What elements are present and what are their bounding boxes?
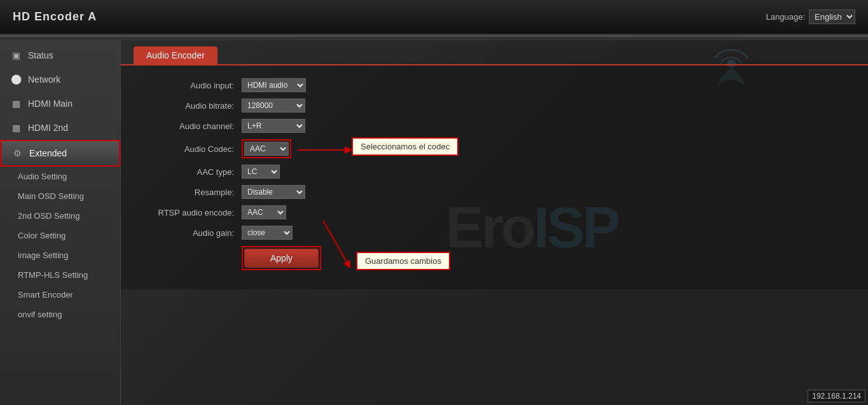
sidebar-sub-color-setting[interactable]: Color Setting: [0, 226, 120, 245]
rtsp-row: RTSP audio encode: AAC MP3: [146, 205, 843, 219]
callout-codec: Seleccionamos el codec: [352, 137, 458, 156]
audio-gain-row: Audio gain: close low medium high: [146, 226, 843, 240]
audio-input-label: Audio input:: [146, 81, 242, 90]
sidebar-label-hdmi-main: HDMI Main: [28, 99, 72, 109]
monitor-icon: ▣: [10, 50, 22, 61]
aac-type-row: AAC type: LC HE HEv2: [146, 165, 843, 179]
rtsp-label: RTSP audio encode:: [146, 208, 242, 217]
audio-codec-row: Audio Codec: AAC MP3 G711: [146, 139, 843, 158]
audio-codec-select[interactable]: AAC MP3 G711: [244, 142, 289, 156]
header: HD Encoder A Language: English 中文: [0, 0, 868, 35]
apply-row: Apply: [146, 246, 843, 270]
apply-button[interactable]: Apply: [244, 249, 319, 268]
audio-gain-label: Audio gain:: [146, 228, 242, 238]
resample-row: Resample: Disable Enable: [146, 185, 843, 199]
resample-select[interactable]: Disable Enable: [242, 185, 305, 199]
arrow-codec: [298, 144, 355, 156]
sidebar-label-status: Status: [28, 50, 53, 60]
sidebar-sub-onvif[interactable]: onvif setting: [0, 305, 120, 324]
audio-input-row: Audio input: HDMI audio Analog audio: [146, 78, 843, 92]
tab-bar: Audio Encoder: [121, 40, 868, 64]
language-selector[interactable]: Language: English 中文: [766, 10, 855, 24]
audio-bitrate-select[interactable]: 128000 64000 256000: [242, 99, 305, 113]
audio-bitrate-row: Audio bitrate: 128000 64000 256000: [146, 99, 843, 113]
audio-codec-label: Audio Codec:: [146, 144, 242, 154]
audio-input-select[interactable]: HDMI audio Analog audio: [242, 78, 306, 92]
language-label: Language:: [766, 12, 805, 22]
app-title: HD Encoder A: [13, 10, 97, 24]
language-dropdown[interactable]: English 中文: [809, 10, 855, 24]
sidebar-item-hdmi-2nd[interactable]: ▩ HDMI 2nd: [0, 116, 120, 140]
sidebar-sub-smart-encoder[interactable]: Smart Encoder: [0, 285, 120, 305]
main-layout: ▣ Status ⚪ Network ▩ HDMI Main ▩ HDMI 2n…: [0, 40, 868, 405]
resample-label: Resample:: [146, 188, 242, 197]
screen-icon-2nd: ▩: [10, 122, 22, 134]
audio-codec-highlight: AAC MP3 G711: [242, 139, 291, 158]
globe-icon: ⚪: [10, 74, 22, 85]
tab-audio-encoder[interactable]: Audio Encoder: [134, 46, 217, 64]
sidebar-item-network[interactable]: ⚪ Network: [0, 67, 120, 92]
sidebar-label-network: Network: [28, 74, 60, 85]
sidebar-label-extended: Extended: [29, 148, 67, 158]
aac-type-label: AAC type:: [146, 167, 242, 177]
sidebar-sub-rtmp-hls[interactable]: RTMP-HLS Setting: [0, 265, 120, 285]
sidebar-item-extended[interactable]: ⚙ Extended: [0, 140, 120, 167]
sidebar-sub-2nd-osd[interactable]: 2nd OSD Setting: [0, 206, 120, 226]
audio-bitrate-label: Audio bitrate:: [146, 101, 242, 111]
top-divider: [0, 35, 868, 40]
audio-channel-select[interactable]: L+R Left Right: [242, 119, 305, 133]
sidebar-item-hdmi-main[interactable]: ▩ HDMI Main: [0, 92, 120, 116]
gear-icon: ⚙: [11, 148, 23, 159]
sidebar-item-status[interactable]: ▣ Status: [0, 43, 120, 67]
form-content: Audio input: HDMI audio Analog audio Aud…: [121, 64, 868, 289]
sidebar-label-hdmi-2nd: HDMI 2nd: [28, 123, 68, 133]
sidebar-sub-audio-setting[interactable]: Audio Setting: [0, 167, 120, 186]
screen-icon-main: ▩: [10, 98, 22, 109]
aac-type-select[interactable]: LC HE HEv2: [242, 165, 280, 179]
sidebar-sub-image-setting[interactable]: image Setting: [0, 245, 120, 265]
sidebar-sub-main-osd[interactable]: Main OSD Setting: [0, 186, 120, 206]
rtsp-select[interactable]: AAC MP3: [242, 205, 286, 219]
apply-button-wrapper: Apply: [242, 246, 321, 270]
callout-apply: Guardamos cambios: [356, 252, 450, 270]
audio-gain-select[interactable]: close low medium high: [242, 226, 293, 240]
audio-channel-label: Audio channel:: [146, 121, 242, 131]
ip-badge: 192.168.1.214: [808, 390, 865, 402]
sidebar: ▣ Status ⚪ Network ▩ HDMI Main ▩ HDMI 2n…: [0, 40, 121, 405]
main-content: EroISP Audio Encoder Audio input: HDMI a…: [121, 40, 868, 405]
audio-channel-row: Audio channel: L+R Left Right: [146, 119, 843, 133]
